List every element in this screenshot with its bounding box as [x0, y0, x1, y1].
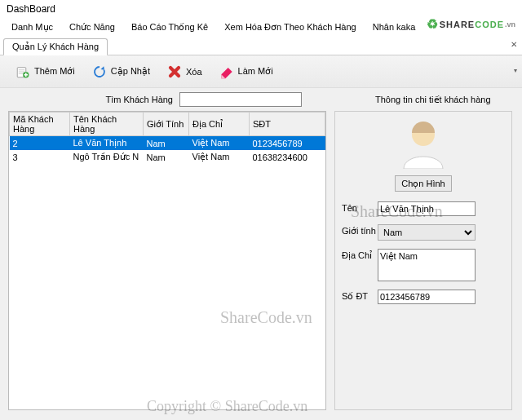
customer-table: Mã Khách Hàng Tên Khách Hàng Giới Tính Đ… [8, 111, 326, 410]
refresh-icon [91, 64, 108, 80]
addr-label: Địa Chỉ [342, 249, 378, 261]
eraser-icon [219, 64, 235, 80]
menu-nhan-kaka[interactable]: Nhân kaka [366, 20, 422, 34]
phone-label: Số ĐT [342, 290, 378, 302]
name-label: Tên [342, 201, 378, 213]
tab-strip: Quản Lý Khách Hàng ✕ [0, 36, 522, 55]
add-icon [15, 64, 31, 80]
menu-bao-cao[interactable]: Báo Cáo Thống Kê [125, 20, 215, 35]
table-row[interactable]: 2 Lê Văn Thịnh Nam Việt Nam 0123456789 [10, 136, 325, 151]
col-name[interactable]: Tên Khách Hàng [70, 113, 144, 136]
search-row: Tìm Khách Hàng Thông tin chi tiết khách … [8, 88, 514, 111]
name-field[interactable] [378, 201, 476, 216]
clear-button[interactable]: Làm Mới [212, 60, 280, 83]
col-gender[interactable]: Giới Tính [144, 113, 189, 136]
delete-icon [166, 64, 183, 80]
toolbar: Thêm Mới Cập Nhật Xóa Làm Mới ▾ [0, 55, 522, 88]
tab-quan-ly-khach-hang[interactable]: Quản Lý Khách Hàng [3, 38, 108, 55]
table-row[interactable]: 3 Ngô Trần Đức N Nam Việt Nam 0163823460… [10, 150, 325, 164]
table-header-row: Mã Khách Hàng Tên Khách Hàng Giới Tính Đ… [10, 113, 325, 136]
window-title: DashBoard [7, 3, 55, 15]
avatar-icon [397, 117, 449, 169]
recycle-icon: ♻ [427, 16, 438, 32]
sharecode-logo: ♻ SHARECODE.vn [427, 16, 515, 32]
title-bar: DashBoard [0, 0, 522, 18]
menu-hoa-don[interactable]: Xem Hóa Đơn Theo Khách Hàng [218, 20, 363, 35]
menu-chuc-nang[interactable]: Chức Năng [63, 20, 122, 35]
search-label: Tìm Khách Hàng [8, 95, 179, 104]
phone-field[interactable] [378, 290, 476, 304]
choose-image-button[interactable]: Chọn Hình [395, 175, 452, 192]
addr-field[interactable]: Việt Nam [378, 249, 476, 281]
detail-panel: Chọn Hình Tên Giới tính Nam Địa Chỉ Việt… [334, 111, 512, 410]
add-button[interactable]: Thêm Mới [8, 60, 82, 83]
content-area: Tìm Khách Hàng Thông tin chi tiết khách … [0, 88, 522, 420]
search-input[interactable] [179, 92, 302, 107]
gender-label: Giới tính [342, 224, 378, 237]
col-addr[interactable]: Địa Chỉ [189, 113, 250, 136]
update-button[interactable]: Cập Nhật [85, 60, 157, 83]
menu-danh-muc[interactable]: Danh Mục [5, 20, 60, 35]
detail-title: Thông tin chi tiết khách hàng [375, 95, 491, 105]
close-icon[interactable]: ✕ [511, 40, 517, 49]
delete-button[interactable]: Xóa [160, 60, 209, 83]
gender-select[interactable]: Nam [378, 224, 476, 241]
chevron-down-icon[interactable]: ▾ [514, 67, 517, 74]
col-id[interactable]: Mã Khách Hàng [10, 113, 70, 136]
col-phone[interactable]: SĐT [250, 113, 325, 136]
